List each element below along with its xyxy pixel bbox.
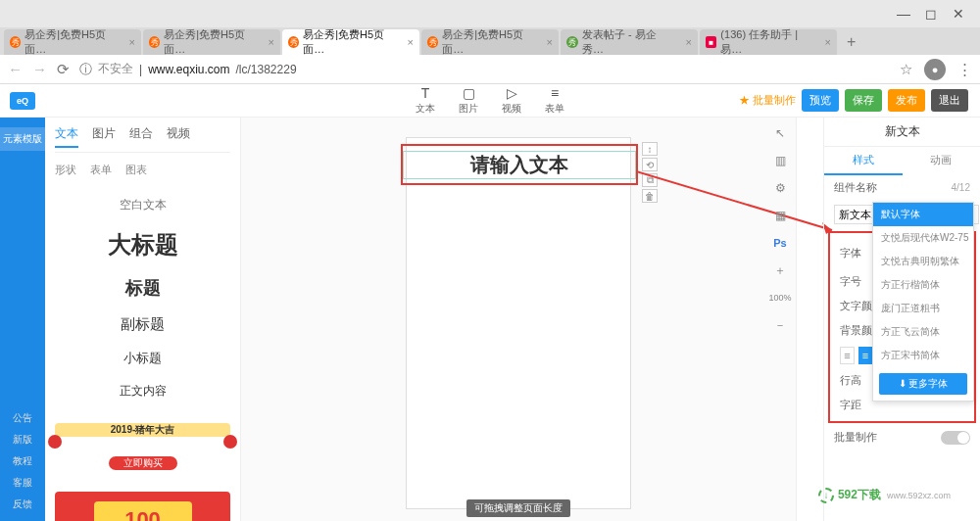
font-option[interactable]: 文悦古典明朝繁体 xyxy=(873,250,973,273)
star-icon[interactable]: ☆ xyxy=(900,61,912,78)
app-toolbar: eQ T文本▢图片▷视频≡表单 ★ 批量制作 预览 保存 发布 退出 xyxy=(0,84,980,118)
heading-h3[interactable]: 副标题 xyxy=(55,315,230,334)
canvas-edge-tools: ↖ ▥ ⚙ ▦ Ps ＋ 100% － xyxy=(770,123,790,335)
name-label: 组件名称 xyxy=(834,180,877,195)
browser-tab[interactable]: 秀发表帖子 - 易企秀…× xyxy=(561,29,698,55)
exit-button[interactable]: 退出 xyxy=(931,89,968,112)
text-placeholder[interactable]: 请输入文本 xyxy=(403,151,636,179)
template-card-1[interactable]: 2019-猪年大吉 xyxy=(55,423,230,437)
buy-button[interactable]: 立即购买 xyxy=(109,456,177,470)
zoom-value: 100% xyxy=(770,288,790,308)
font-option[interactable]: 默认字体 xyxy=(873,203,973,226)
zoom-in-icon[interactable]: ＋ xyxy=(770,260,790,280)
tab-close-icon[interactable]: × xyxy=(686,36,692,48)
tab-close-icon[interactable]: × xyxy=(408,36,414,48)
panel-tab[interactable]: 图片 xyxy=(92,125,116,148)
panel-tab[interactable]: 视频 xyxy=(167,125,190,148)
heading-h2[interactable]: 标题 xyxy=(55,276,230,300)
ps-icon[interactable]: Ps xyxy=(770,233,790,253)
canvas-area[interactable]: 请输入文本 ↕ ⟲ ⧉ 🗑 ↖ ▥ ⚙ ▦ Ps ＋ 100% － 可拖拽调整页… xyxy=(241,118,796,521)
info-icon: ⓘ xyxy=(79,61,92,78)
align-center-icon[interactable]: ≡ xyxy=(858,347,873,364)
tool-文本[interactable]: T文本 xyxy=(416,85,435,116)
handle-move-icon[interactable]: ↕ xyxy=(642,142,658,156)
rail-link[interactable]: 新版 xyxy=(13,433,32,447)
reload-icon[interactable]: ⟳ xyxy=(57,61,70,78)
panel-tab[interactable]: 组合 xyxy=(129,125,153,148)
browser-tabs: 秀易企秀|免费H5页面…×秀易企秀|免费H5页面…×秀易企秀|免费H5页面…×秀… xyxy=(0,27,980,55)
menu-icon[interactable]: ⋮ xyxy=(957,61,972,78)
tool-视频[interactable]: ▷视频 xyxy=(502,85,521,116)
font-option[interactable]: 方正宋书简体 xyxy=(873,344,973,367)
rail-link[interactable]: 教程 xyxy=(13,454,32,468)
browser-tab[interactable]: 秀易企秀|免费H5页面…× xyxy=(421,29,559,55)
watermark: ↓ 592下载 www.592xz.com xyxy=(818,487,951,503)
preview-button[interactable]: 预览 xyxy=(802,89,839,112)
heading-body[interactable]: 正文内容 xyxy=(55,383,230,400)
coupon-amount: 100 xyxy=(100,507,186,521)
svg-line-0 xyxy=(636,171,832,230)
canvas-footer-tip: 可拖拽调整页面长度 xyxy=(466,499,570,517)
rail-link[interactable]: 公告 xyxy=(13,411,32,425)
url-field[interactable]: ⓘ 不安全 | www.eqxiu.com/lc/1382229 xyxy=(79,61,890,78)
tab-close-icon[interactable]: × xyxy=(547,36,553,48)
new-tab-button[interactable]: + xyxy=(839,29,863,55)
tab-close-icon[interactable]: × xyxy=(129,36,135,48)
cursor-icon[interactable]: ↖ xyxy=(770,123,790,143)
font-option[interactable]: 文悦后现代体W2-75 xyxy=(873,226,973,250)
heading-h4[interactable]: 小标题 xyxy=(55,350,230,367)
props-header: 新文本 xyxy=(824,118,980,147)
name-count: 4/12 xyxy=(952,182,970,193)
maximize-icon[interactable]: ◻ xyxy=(917,6,945,22)
tab-style[interactable]: 样式 xyxy=(824,147,903,175)
browser-tab[interactable]: ■(136) 任务助手 | 易…× xyxy=(700,29,837,55)
layers-icon[interactable]: ▥ xyxy=(770,151,790,170)
more-fonts-button[interactable]: ⬇ 更多字体 xyxy=(879,373,967,395)
blank-text[interactable]: 空白文本 xyxy=(55,197,230,213)
browser-tab[interactable]: 秀易企秀|免费H5页面…× xyxy=(143,29,280,55)
batch-link[interactable]: ★ 批量制作 xyxy=(739,93,796,108)
address-bar: ← → ⟳ ⓘ 不安全 | www.eqxiu.com/lc/1382229 ☆… xyxy=(0,55,980,84)
font-option[interactable]: 方正行楷简体 xyxy=(873,273,973,297)
font-dropdown: 默认字体文悦后现代体W2-75文悦古典明朝繁体方正行楷简体庞门正道粗书方正飞云简… xyxy=(872,202,974,402)
panel-subtab[interactable]: 图表 xyxy=(125,163,147,177)
left-rail: 元素模版 公告新版教程客服反馈 xyxy=(0,118,45,521)
tool-表单[interactable]: ≡表单 xyxy=(545,85,564,116)
batch-label: 批量制作 xyxy=(834,430,893,445)
grid-icon[interactable]: ▦ xyxy=(770,206,790,225)
rail-link[interactable]: 反馈 xyxy=(13,497,32,511)
batch-toggle[interactable] xyxy=(941,431,970,445)
browser-tab[interactable]: 秀易企秀|免费H5页面…× xyxy=(4,29,141,55)
rail-link[interactable]: 客服 xyxy=(13,476,32,490)
back-icon[interactable]: ← xyxy=(8,61,23,77)
forward-icon[interactable]: → xyxy=(32,61,47,77)
tool-图片[interactable]: ▢图片 xyxy=(459,85,478,116)
panel-tab[interactable]: 文本 xyxy=(55,125,78,148)
panel-subtab[interactable]: 表单 xyxy=(90,163,112,177)
settings-icon[interactable]: ⚙ xyxy=(770,178,790,198)
profile-icon[interactable]: ● xyxy=(924,59,946,80)
page[interactable]: 请输入文本 ↕ ⟲ ⧉ 🗑 xyxy=(406,137,631,509)
font-option[interactable]: 庞门正道粗书 xyxy=(873,297,973,320)
logo[interactable]: eQ xyxy=(0,92,45,110)
element-panel: 文本图片组合视频 形状表单图表 空白文本 大标题 标题 副标题 小标题 正文内容… xyxy=(45,118,241,521)
selected-text-element[interactable]: 请输入文本 ↕ ⟲ ⧉ 🗑 xyxy=(401,144,638,185)
save-button[interactable]: 保存 xyxy=(845,89,882,112)
tab-close-icon[interactable]: × xyxy=(825,36,831,48)
heading-h1[interactable]: 大标题 xyxy=(55,229,230,260)
zoom-out-icon[interactable]: － xyxy=(770,315,790,335)
window-titlebar: — ◻ ✕ xyxy=(0,0,980,27)
template-card-coupon[interactable]: 100 满1000可用 优惠券 立即领取 xyxy=(55,492,230,521)
browser-tab[interactable]: 秀易企秀|免费H5页面…× xyxy=(282,29,419,55)
minimize-icon[interactable]: — xyxy=(890,6,917,22)
close-icon[interactable]: ✕ xyxy=(945,6,972,22)
tab-animation[interactable]: 动画 xyxy=(903,147,981,175)
panel-subtab[interactable]: 形状 xyxy=(55,163,76,177)
rail-elements[interactable]: 元素模版 xyxy=(0,127,45,151)
properties-panel: 新文本 样式 动画 组件名称 4/12 字体 默认字体▼ 字号 文字颜色 背景颜… xyxy=(823,118,980,521)
font-option[interactable]: 方正飞云简体 xyxy=(873,320,973,344)
insecure-label: 不安全 xyxy=(98,61,133,77)
align-left-icon[interactable]: ≡ xyxy=(840,347,855,364)
publish-button[interactable]: 发布 xyxy=(888,89,925,112)
tab-close-icon[interactable]: × xyxy=(269,36,274,48)
